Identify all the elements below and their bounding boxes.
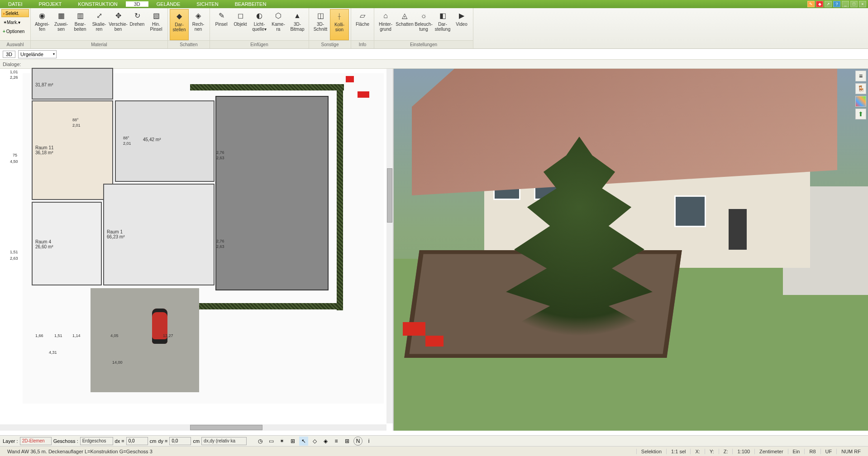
tool-schatten-einst[interactable]: ◬Schatten	[395, 9, 414, 40]
beleuchtung-icon: ☼	[418, 10, 429, 21]
snap-icon-2[interactable]: ⊞	[288, 437, 297, 446]
info-icon[interactable]: i	[364, 437, 373, 446]
tool-beleuchtung[interactable]: ☼Beleuch-tung	[414, 9, 433, 40]
menu-projekt[interactable]: PROJEKT	[31, 1, 70, 7]
menu-gelaende[interactable]: GELÄNDE	[148, 1, 189, 7]
snap-icon-6[interactable]: ≡	[332, 437, 341, 446]
furniture-icon[interactable]: 🪑	[855, 83, 866, 94]
tool-abgreifen[interactable]: ◉Abgrei-fen	[33, 9, 52, 40]
dim-label: 2,63	[216, 244, 224, 249]
plant-icon[interactable]: ⬆	[855, 109, 866, 119]
layer-dropdown[interactable]: 2D-Elemen	[20, 437, 52, 445]
minimize-button[interactable]: _	[842, 1, 849, 7]
tool-verschieben[interactable]: ✥Verschie-ben	[109, 9, 128, 40]
3d-bitmap-icon: ▲	[292, 10, 303, 21]
menu-bearbeiten[interactable]: BEARBEITEN	[227, 1, 275, 7]
tool-video[interactable]: ▶Video	[452, 9, 471, 40]
menu-datei[interactable]: DATEI	[0, 1, 31, 7]
tool-darstellen[interactable]: ◆Dar-stellen	[170, 9, 189, 40]
snap-icon-5[interactable]: ◈	[321, 437, 330, 446]
video-icon: ▶	[456, 10, 467, 21]
skalieren-label: Skalie-ren	[92, 22, 106, 32]
tool-kamera[interactable]: ⬡Kame-ra	[269, 9, 288, 40]
tool-3d-bitmap[interactable]: ▲3D-Bitmap	[288, 9, 307, 40]
dim-label: 4,50	[10, 159, 18, 164]
tool-icon-3[interactable]: ↗	[825, 1, 832, 7]
palette-icon[interactable]	[855, 96, 866, 107]
status-unit: Zentimeter	[754, 449, 788, 454]
snap-icon-1[interactable]: ✶	[277, 437, 286, 446]
tool-lichtquelle[interactable]: ◐Licht-quelle▾	[250, 9, 269, 40]
select-button[interactable]: ▸Selekt.	[1, 9, 29, 17]
room-label-2: 31,87 m²	[35, 82, 53, 87]
tool-icon-2[interactable]: ◆	[816, 1, 823, 7]
snap-icon-3[interactable]: ↖	[299, 437, 308, 446]
coord-mode-dropdown[interactable]: dx,dy (relativ ka	[201, 437, 247, 445]
scrollbar-horizontal[interactable]	[0, 424, 386, 431]
tool-darstellung[interactable]: ◧Dar-stellung	[433, 9, 452, 40]
workspace: 31,87 m² Raum 1136,18 m² 45,42 m² Raum 4…	[0, 69, 868, 431]
status-scale: 1:100	[732, 449, 754, 454]
terrain-dropdown[interactable]: Urgelände	[18, 50, 57, 58]
room-label-11: Raum 1136,18 m²	[35, 145, 54, 155]
group-label-auswahl: Auswahl	[0, 40, 30, 48]
tool-kollision[interactable]: ⟊Kolli-sion	[330, 9, 349, 40]
3d-schnitt-icon: ◫	[315, 10, 326, 21]
group-label-info: Info	[351, 40, 374, 48]
help-icon[interactable]: ?	[833, 1, 840, 7]
layers-icon[interactable]: ≡	[855, 71, 866, 81]
tool-bearbeiten[interactable]: ▥Bear-beiten	[71, 9, 90, 40]
grid-icon[interactable]: ⊞	[343, 437, 352, 446]
hintergrund-label: Hinter-grund	[379, 22, 392, 32]
view-3d[interactable]: ≡ 🪑 ⬆	[394, 69, 868, 431]
view-2d[interactable]: 31,87 m² Raum 1136,18 m² 45,42 m² Raum 4…	[0, 69, 394, 431]
scrollbar-vertical[interactable]	[386, 69, 393, 423]
dy-input[interactable]: 0,0	[169, 437, 191, 445]
menu-konstruktion[interactable]: KONSTRUKTION	[70, 1, 125, 7]
north-icon[interactable]: N	[353, 437, 362, 446]
mark-button[interactable]: ✶Mark. ▾	[1, 18, 29, 26]
dialoge-label: Dialoge:	[3, 62, 21, 67]
ribbon-group-material: ◉Abgrei-fen▦Zuwei-sen▥Bear-beiten⤢Skalie…	[31, 8, 168, 48]
tool-hin-pinsel[interactable]: ▧Hin.Pinsel	[147, 9, 166, 40]
kamera-label: Kame-ra	[272, 22, 285, 32]
bearbeiten-label: Bear-beiten	[74, 22, 86, 32]
status-ein: Ein	[788, 449, 805, 454]
close-button[interactable]: ×	[859, 1, 866, 7]
dx-label: dx =	[115, 438, 124, 444]
dim-label: 75	[13, 153, 17, 157]
tool-drehen[interactable]: ↻Drehen	[128, 9, 147, 40]
tool-skalieren[interactable]: ⤢Skalie-ren	[90, 9, 109, 40]
tool-hintergrund[interactable]: ⌂Hinter-grund	[376, 9, 395, 40]
clock-icon[interactable]: ◷	[256, 437, 265, 446]
rechnen-label: Rech-nen	[192, 22, 205, 32]
tool-flaeche[interactable]: ▱Fläche	[353, 9, 372, 40]
dim-label: 4,05	[110, 333, 119, 338]
menu-sichten[interactable]: SICHTEN	[188, 1, 226, 7]
menu-3d[interactable]: 3D	[126, 1, 148, 7]
tool-rechnen[interactable]: ◈Rech-nen	[189, 9, 208, 40]
group-label-einstellungen: Einstellungen	[374, 40, 473, 48]
tool-objekt[interactable]: ◻Objekt	[231, 9, 250, 40]
options-button[interactable]: +Optionen	[1, 27, 29, 35]
status-ratio: 1:1 sel	[666, 449, 690, 454]
tool-icon-1[interactable]: ✎	[807, 1, 815, 7]
bottom-toolbar: Layer : 2D-Elemen Geschoss : Erdgeschos …	[0, 435, 868, 446]
group-label-sonstige: Sonstige	[309, 40, 351, 48]
abgreifen-icon: ◉	[37, 10, 48, 21]
maximize-button[interactable]: □	[850, 1, 858, 7]
tool-pinsel[interactable]: ✎Pinsel	[212, 9, 231, 40]
tool-3d-schnitt[interactable]: ◫3D-Schnitt	[311, 9, 330, 40]
tool-zuweisen[interactable]: ▦Zuwei-sen	[52, 9, 71, 40]
dx-input[interactable]: 0,0	[126, 437, 148, 445]
3d-bitmap-label: 3D-Bitmap	[290, 22, 304, 32]
dim-label: 13,27	[163, 333, 173, 338]
geschoss-dropdown[interactable]: Erdgeschos	[80, 437, 113, 445]
status-r8: R8	[804, 449, 820, 454]
screen-icon[interactable]: ▭	[267, 437, 276, 446]
darstellen-label: Dar-stellen	[173, 22, 186, 32]
dim-label: 4,31	[49, 350, 57, 355]
snap-icon-4[interactable]: ◇	[310, 437, 319, 446]
lichtquelle-icon: ◐	[254, 10, 265, 21]
ribbon-group-sonstige: ◫3D-Schnitt⟊Kolli-sion Sonstige	[309, 8, 351, 48]
